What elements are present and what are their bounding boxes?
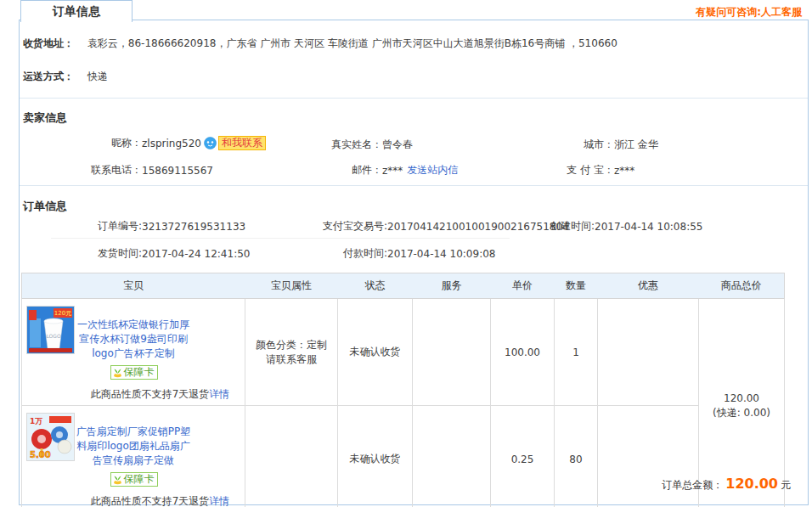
created-time-value: 2017-04-14 10:08:55 (595, 221, 702, 233)
seller-email-value: z*** (382, 165, 403, 177)
table-row: 120元 LOGO 一次性纸杯定做银行加厚宣传水杯订做9盎司印刷logo广告杯子… (22, 299, 785, 406)
paid-time-cell: 付款时间: 2017-04-14 10:09:08 (255, 246, 495, 261)
shipping-address-value: 袁彩云，86-18666620918，广东省 广州市 天河区 车陵街道 广州市天… (87, 37, 617, 49)
col-header-attrs: 宝贝属性 (245, 273, 338, 299)
order-total-unit: 元 (781, 478, 791, 493)
tab-label: 订单信息 (53, 4, 100, 20)
order-section-heading: 订单信息 (23, 199, 67, 214)
status-cell: 未确认收货 (338, 299, 413, 406)
seller-email-label: 邮件： (255, 163, 382, 177)
seller-alipay-value: z*** (614, 165, 634, 177)
seller-alipay-cell: 支 付 宝： z*** (510, 163, 634, 177)
seller-nick-cell: 昵称： zlspring520 和我联系 (23, 136, 266, 150)
customer-service-link[interactable]: 有疑问可咨询:人工客服 (696, 5, 802, 20)
status-cell: 未确认收货 (338, 406, 413, 507)
table-header-row: 宝贝 宝贝属性 状态 服务 单价 数量 优惠 商品总价 (22, 273, 785, 299)
no-return-note: 此商品性质不支持7天退货详情 (79, 494, 241, 507)
send-message-link[interactable]: 发送站内信 (407, 163, 458, 177)
col-header-price: 单价 (491, 273, 555, 299)
order-number-cell: 订单编号: 3213727619531133 (23, 219, 245, 234)
price-cell: 100.00 (491, 299, 555, 406)
svg-text:5.00: 5.00 (30, 450, 51, 459)
order-total-row: 订单总金额： 120.00 元 (662, 476, 791, 493)
seller-realname-cell: 真实姓名： 曾令春 (255, 138, 413, 152)
alipay-trade-label: 支付宝交易号: (255, 219, 387, 234)
svg-text:1万: 1万 (30, 417, 42, 425)
col-header-item: 宝贝 (22, 273, 245, 299)
detail-link[interactable]: 详情 (209, 495, 229, 507)
seller-phone-cell: 联系电话： 15869115567 (23, 163, 213, 177)
seller-section-heading: 卖家信息 (23, 110, 67, 126)
wangwang-icon[interactable] (204, 137, 217, 149)
col-header-discount: 优惠 (598, 273, 699, 299)
no-return-note: 此商品性质不支持7天退货详情 (79, 387, 241, 402)
seller-nick-value: zlspring520 (142, 138, 201, 149)
discount-cell (598, 299, 699, 406)
guarantee-badge-label: 保障卡 (124, 472, 155, 487)
created-time-label: 创建时间: (510, 219, 595, 234)
paid-time-label: 付款时间: (255, 246, 387, 261)
item-total-price: 120.00 (700, 392, 783, 406)
order-number-label: 订单编号: (23, 219, 142, 234)
shipping-address-label: 收货地址： (23, 37, 74, 49)
shipping-method-value: 快递 (87, 70, 108, 82)
price-cell: 0.25 (491, 406, 555, 507)
created-time-cell: 创建时间: 2017-04-14 10:08:55 (510, 219, 702, 234)
shipping-address-row: 收货地址： 袁彩云，86-18666620918，广东省 广州市 天河区 车陵街… (23, 37, 617, 51)
service-cell (413, 299, 491, 406)
svg-text:120元: 120元 (54, 310, 71, 317)
order-total-amount: 120.00 (725, 476, 778, 492)
shipped-time-cell: 发货时间: 2017-04-24 12:41:50 (23, 246, 250, 261)
goods-table: 宝贝 宝贝属性 状态 服务 单价 数量 优惠 商品总价 120元 LOGO (21, 273, 785, 507)
order-total-label: 订单总金额： (662, 478, 723, 493)
shipping-method-row: 运送方式： 快递 (23, 70, 108, 84)
shipped-time-label: 发货时间: (23, 246, 142, 261)
attrs-cell (245, 406, 338, 507)
order-number-value: 3213727619531133 (142, 221, 245, 233)
col-header-qty: 数量 (555, 273, 598, 299)
section-divider (20, 98, 808, 99)
svg-text:LOGO: LOGO (46, 333, 61, 339)
seller-nick-label: 昵称： (23, 136, 142, 150)
shipping-fee-note: (快递: 0.00) (700, 406, 783, 420)
tab-order-info[interactable]: 订单信息 (20, 0, 133, 22)
attrs-cell: 颜色分类：定制请联系客服 (245, 299, 338, 406)
detail-link[interactable]: 详情 (209, 388, 229, 400)
paid-time-value: 2017-04-14 10:09:08 (387, 248, 495, 260)
guarantee-badge-label: 保障卡 (124, 365, 155, 380)
service-cell (413, 406, 491, 507)
guarantee-badge[interactable]: 保障卡 (110, 365, 158, 380)
qty-cell: 1 (555, 299, 598, 406)
seller-alipay-label: 支 付 宝： (510, 163, 614, 177)
section-divider (20, 185, 808, 186)
seller-email-cell: 邮件： z*** 发送站内信 (255, 163, 458, 177)
product-cell: 120元 LOGO 一次性纸杯定做银行加厚宣传水杯订做9盎司印刷logo广告杯子… (22, 299, 245, 406)
sprout-icon (112, 367, 123, 378)
seller-city-cell: 城市： 浙江 金华 (510, 138, 658, 152)
seller-realname-label: 真实姓名： (255, 138, 382, 152)
col-header-status: 状态 (338, 273, 413, 299)
seller-city-value: 浙江 金华 (614, 138, 658, 152)
shipping-method-label: 运送方式： (23, 70, 74, 82)
seller-phone-label: 联系电话： (23, 163, 142, 177)
qty-cell: 80 (555, 406, 598, 507)
product-image[interactable]: 1万 5.00 (26, 413, 75, 461)
product-cell: 1万 5.00 广告扇定制厂家促销PP塑料扇印logo团扇礼品扇广告宣传扇扇子定… (22, 406, 245, 507)
col-header-total: 商品总价 (699, 273, 785, 299)
seller-city-label: 城市： (510, 138, 614, 152)
sprout-icon (112, 474, 123, 485)
product-image[interactable]: 120元 LOGO (26, 306, 75, 354)
shipped-time-value: 2017-04-24 12:41:50 (142, 248, 250, 260)
row-divider (51, 238, 510, 239)
col-header-service: 服务 (413, 273, 491, 299)
seller-realname-value: 曾令春 (382, 138, 413, 152)
guarantee-badge[interactable]: 保障卡 (110, 472, 158, 487)
seller-phone-value: 15869115567 (142, 165, 213, 177)
